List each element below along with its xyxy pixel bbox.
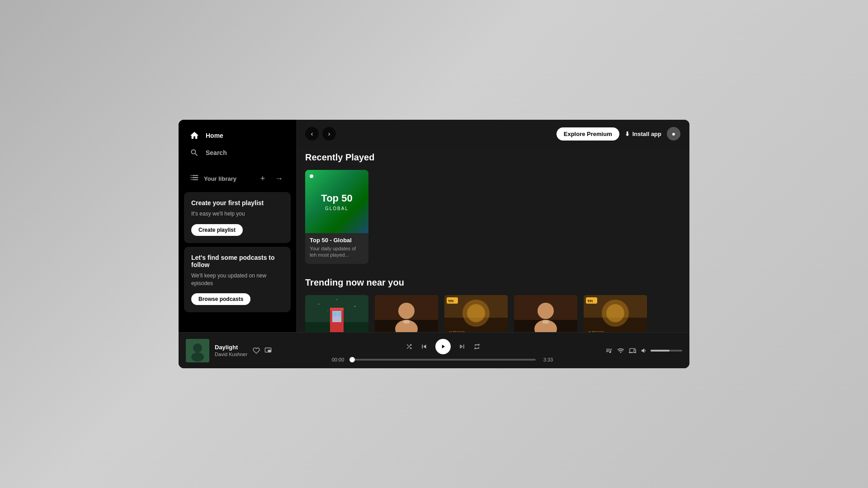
artist-name: David Kushner <box>215 352 247 357</box>
svg-rect-10 <box>330 308 344 310</box>
top50-subtitle-text: GLOBAL <box>325 206 349 211</box>
svg-rect-43 <box>268 350 270 352</box>
total-time: 3:33 <box>540 357 556 362</box>
player-left: Daylight David Kushner <box>186 339 303 362</box>
svg-text:ALTR EGO: ALTR EGO <box>449 331 465 332</box>
trending-card-4[interactable] <box>514 295 577 332</box>
recently-played-section: Recently Played Top 50 GLOBAL Top 50 - G… <box>296 148 689 273</box>
library-actions: + → <box>256 172 285 185</box>
track-name: Daylight <box>215 344 247 351</box>
svg-text:TFI: TFI <box>448 299 453 303</box>
back-button[interactable]: ‹ <box>305 127 319 141</box>
now-playing-thumb <box>186 339 209 362</box>
player-center: 00:00 3:33 <box>303 339 583 362</box>
nav-arrows: ‹ › <box>305 127 336 141</box>
trending-card-2[interactable] <box>375 295 438 332</box>
trending-card-5[interactable]: TFI ALTR EGO NAA READY <box>584 295 647 332</box>
svg-point-4 <box>354 306 355 307</box>
download-icon: ⬇ <box>625 131 630 137</box>
content-header: ‹ › Explore Premium ⬇ Install app ● <box>296 120 689 148</box>
svg-point-33 <box>606 304 624 322</box>
explore-premium-button[interactable]: Explore Premium <box>557 127 619 141</box>
current-time: 00:00 <box>330 357 346 362</box>
trending-section: Trending now near you <box>296 273 689 332</box>
top50-global-card[interactable]: Top 50 GLOBAL Top 50 - Global Your daily… <box>305 170 368 264</box>
create-playlist-card: Create your first playlist It's easy we'… <box>184 192 291 243</box>
svg-point-3 <box>336 299 337 300</box>
recently-played-title: Recently Played <box>305 152 680 163</box>
repeat-button[interactable] <box>473 343 481 350</box>
pip-button[interactable] <box>264 347 272 354</box>
app-window: Home Search <box>179 120 689 368</box>
create-playlist-button[interactable]: Create playlist <box>191 224 243 236</box>
top50-desc: Your daily updates of teh most played... <box>310 245 364 258</box>
connect-button[interactable] <box>617 347 624 354</box>
install-app-label: Install app <box>632 131 661 137</box>
install-app-button[interactable]: ⬇ Install app <box>625 131 661 137</box>
trending-thumb-3: TFI ALTR EGO NAA READY <box>444 295 508 332</box>
volume-area <box>641 347 682 354</box>
previous-button[interactable] <box>420 343 428 351</box>
svg-point-19 <box>467 304 485 322</box>
trending-card-1[interactable] <box>305 295 368 332</box>
volume-slider[interactable] <box>651 350 682 352</box>
shuffle-button[interactable] <box>406 343 413 350</box>
like-button[interactable] <box>253 347 260 354</box>
next-button[interactable] <box>458 343 466 351</box>
top50-info: Top 50 - Global Your daily updates of te… <box>305 233 368 258</box>
trending-thumb-4 <box>514 295 577 332</box>
progress-dot <box>349 357 355 362</box>
svg-text:TFI: TFI <box>587 299 593 303</box>
forward-button[interactable]: › <box>322 127 336 141</box>
podcast-card-desc: We'll keep you updated on new episodes <box>191 272 283 287</box>
top50-cover-bg: Top 50 GLOBAL <box>305 170 368 233</box>
recently-played-grid: Top 50 GLOBAL Top 50 - Global Your daily… <box>305 170 680 264</box>
trending-card-3[interactable]: TFI ALTR EGO NAA READY <box>444 295 508 332</box>
sidebar-cards: Create your first playlist It's easy we'… <box>179 188 296 328</box>
svg-rect-8 <box>333 312 337 316</box>
sidebar-item-home[interactable]: Home <box>184 127 291 144</box>
svg-point-13 <box>398 303 415 319</box>
trending-title: Trending now near you <box>305 277 680 288</box>
user-icon: ● <box>672 130 675 137</box>
player-controls <box>406 339 481 354</box>
sidebar-nav: Home Search <box>179 123 296 165</box>
player-bar: Daylight David Kushner <box>179 332 689 368</box>
devices-button[interactable] <box>629 347 636 354</box>
search-icon <box>189 148 199 158</box>
sidebar-item-search[interactable]: Search <box>184 144 291 161</box>
arrow-right-icon: → <box>275 174 283 183</box>
svg-point-2 <box>318 304 319 305</box>
svg-point-27 <box>538 303 554 319</box>
playlist-card-title: Create your first playlist <box>191 199 283 206</box>
progress-track[interactable] <box>350 359 536 361</box>
svg-rect-29 <box>542 320 549 324</box>
browse-podcasts-button[interactable]: Browse podcasts <box>191 293 250 305</box>
trending-thumb-1 <box>305 295 368 332</box>
sidebar: Home Search <box>179 120 296 332</box>
trending-grid: TFI ALTR EGO NAA READY <box>305 295 680 332</box>
playlist-card-desc: It's easy we'll help you <box>191 210 283 218</box>
header-actions: Explore Premium ⬇ Install app ● <box>557 127 680 141</box>
top50-dot <box>310 174 313 178</box>
library-title-group: Your library <box>189 173 236 184</box>
main-area: Home Search <box>179 120 689 332</box>
expand-library-button[interactable]: → <box>273 172 285 185</box>
queue-button[interactable] <box>605 347 613 354</box>
browse-podcasts-card: Let's find some podcasts to follow We'll… <box>184 247 291 313</box>
player-track-info: Daylight David Kushner <box>215 344 247 357</box>
svg-text:ALTR EGO: ALTR EGO <box>588 331 604 332</box>
plus-icon: + <box>260 174 265 183</box>
home-icon <box>189 131 199 141</box>
progress-area: 00:00 3:33 <box>330 357 556 362</box>
volume-fill <box>651 350 670 352</box>
add-library-button[interactable]: + <box>256 172 269 185</box>
volume-icon-button[interactable] <box>641 347 648 354</box>
top50-title-text: Top 50 <box>321 192 352 204</box>
user-avatar[interactable]: ● <box>667 127 680 141</box>
player-right <box>583 347 682 354</box>
podcast-card-title: Let's find some podcasts to follow <box>191 254 283 268</box>
library-label: Your library <box>204 175 236 182</box>
play-pause-button[interactable] <box>435 339 451 354</box>
svg-point-5 <box>327 310 328 311</box>
